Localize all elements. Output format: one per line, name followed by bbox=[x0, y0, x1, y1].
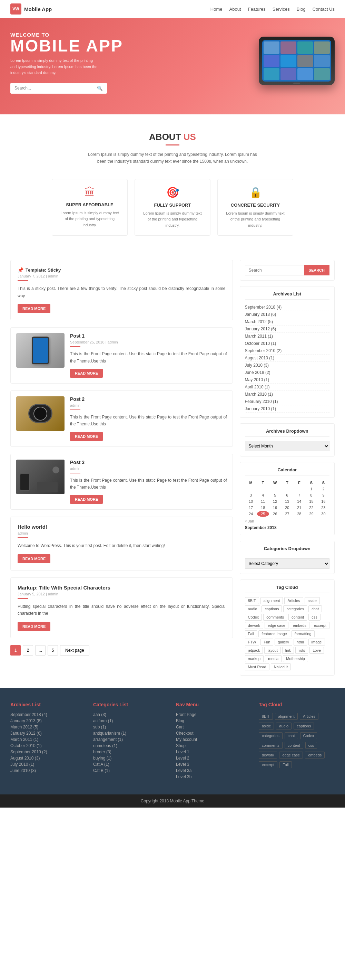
post-read-more-2[interactable]: READ MORE bbox=[70, 495, 103, 504]
footer-category-item[interactable]: enmoleus (1) bbox=[93, 743, 169, 748]
footer-tag-item[interactable]: 8BIT bbox=[259, 713, 273, 720]
tag-item[interactable]: image bbox=[309, 639, 325, 646]
page-next[interactable]: Next page bbox=[60, 645, 89, 655]
footer-archive-item[interactable]: June 2010 (3) bbox=[10, 768, 86, 773]
tag-item[interactable]: formatting bbox=[291, 630, 315, 637]
calendar-day[interactable]: 26 bbox=[269, 511, 281, 517]
tag-item[interactable]: Love bbox=[309, 647, 324, 654]
archive-item[interactable]: March 2011 (1) bbox=[245, 333, 329, 340]
calendar-day[interactable]: 2 bbox=[317, 486, 329, 492]
tag-item[interactable]: jetpack bbox=[245, 647, 263, 654]
footer-nav-item[interactable]: Front Page bbox=[176, 712, 252, 717]
archive-item[interactable]: February 2010 (1) bbox=[245, 398, 329, 405]
footer-nav-item[interactable]: Level 2 bbox=[176, 756, 252, 760]
footer-tag-item[interactable]: Codex bbox=[300, 732, 317, 739]
footer-nav-item[interactable]: Cart bbox=[176, 725, 252, 729]
calendar-day[interactable]: 3 bbox=[245, 492, 257, 498]
footer-category-item[interactable]: buying (1) bbox=[93, 756, 169, 760]
tag-item[interactable]: Codex bbox=[245, 614, 262, 620]
calendar-day[interactable]: 19 bbox=[269, 504, 281, 511]
tag-item[interactable]: FTW bbox=[245, 639, 260, 646]
footer-archive-item[interactable]: September 2010 (2) bbox=[10, 749, 86, 754]
footer-category-item[interactable]: Cat A (1) bbox=[93, 762, 169, 767]
tag-item[interactable]: audio bbox=[245, 605, 261, 612]
tag-item[interactable]: Fail bbox=[245, 630, 257, 637]
archive-item[interactable]: January 2012 (6) bbox=[245, 326, 329, 333]
tag-item[interactable]: link bbox=[282, 647, 294, 654]
archive-item[interactable]: September 2010 (2) bbox=[245, 347, 329, 355]
calendar-day[interactable]: 28 bbox=[293, 511, 305, 517]
nav-about[interactable]: About bbox=[229, 6, 241, 12]
footer-tag-item[interactable]: edge case bbox=[279, 752, 303, 759]
calendar-day[interactable]: 23 bbox=[317, 504, 329, 511]
calendar-day[interactable]: 8 bbox=[305, 492, 317, 498]
calendar-day[interactable]: 25 bbox=[257, 511, 269, 517]
archive-item[interactable]: March 2012 (5) bbox=[245, 318, 329, 326]
calendar-day[interactable]: 7 bbox=[293, 492, 305, 498]
tag-item[interactable]: Mothership bbox=[283, 655, 308, 662]
calendar-day[interactable]: 18 bbox=[257, 504, 269, 511]
footer-tag-item[interactable]: dework bbox=[259, 752, 277, 759]
calendar-day[interactable]: 12 bbox=[269, 498, 281, 504]
tag-item[interactable]: dework bbox=[245, 622, 263, 629]
footer-category-item[interactable]: broder (3) bbox=[93, 749, 169, 754]
footer-tag-item[interactable]: captions bbox=[294, 722, 314, 729]
calendar-day[interactable]: 29 bbox=[305, 511, 317, 517]
footer-category-item[interactable]: arrangement (1) bbox=[93, 737, 169, 742]
footer-nav-item[interactable]: Level 1 bbox=[176, 749, 252, 754]
categories-dropdown-select[interactable]: Select Category bbox=[245, 558, 329, 569]
calendar-day[interactable]: 13 bbox=[281, 498, 293, 504]
sidebar-search-input[interactable] bbox=[245, 265, 304, 275]
nav-home[interactable]: Home bbox=[210, 6, 223, 12]
page-btn-2[interactable]: 2 bbox=[23, 645, 33, 655]
sidebar-search-button[interactable]: SEARCH bbox=[304, 265, 329, 275]
calendar-day[interactable]: 6 bbox=[281, 492, 293, 498]
footer-tag-item[interactable]: excerpt bbox=[259, 761, 277, 768]
calendar-day[interactable]: 20 bbox=[281, 504, 293, 511]
archive-item[interactable]: June 2018 (2) bbox=[245, 369, 329, 376]
footer-nav-item[interactable]: Shop bbox=[176, 743, 252, 748]
tag-item[interactable]: aside bbox=[305, 597, 320, 604]
archive-item[interactable]: May 2010 (1) bbox=[245, 376, 329, 383]
calendar-day[interactable]: 21 bbox=[293, 504, 305, 511]
post-read-more-1[interactable]: READ MORE bbox=[70, 432, 103, 441]
footer-nav-item[interactable]: Checkout bbox=[176, 731, 252, 736]
tag-item[interactable]: comments bbox=[263, 614, 287, 620]
hero-search-button[interactable]: 🔍 bbox=[93, 83, 107, 94]
footer-nav-item[interactable]: Level 3a bbox=[176, 768, 252, 773]
footer-nav-item[interactable]: Level 3b bbox=[176, 775, 252, 779]
footer-tag-item[interactable]: aside bbox=[259, 722, 274, 729]
footer-tag-item[interactable]: categories bbox=[259, 732, 283, 739]
tag-item[interactable]: embeds bbox=[290, 622, 309, 629]
calendar-day[interactable]: 4 bbox=[257, 492, 269, 498]
footer-category-item[interactable]: aaa (3) bbox=[93, 712, 169, 717]
footer-archive-item[interactable]: October 2010 (1) bbox=[10, 743, 86, 748]
tag-item[interactable]: excerpt bbox=[311, 622, 329, 629]
footer-tag-item[interactable]: chat bbox=[285, 732, 298, 739]
tag-item[interactable]: layout bbox=[264, 647, 280, 654]
post-read-more-0[interactable]: READ MORE bbox=[70, 369, 103, 378]
calendar-day[interactable]: 27 bbox=[281, 511, 293, 517]
tag-item[interactable]: markup bbox=[245, 655, 264, 662]
nav-features[interactable]: Features bbox=[248, 6, 265, 12]
tag-item[interactable]: Articles bbox=[284, 597, 303, 604]
footer-nav-item[interactable]: My account bbox=[176, 737, 252, 742]
tag-item[interactable]: chat bbox=[309, 605, 322, 612]
tag-item[interactable]: 8BIT bbox=[245, 597, 259, 604]
tag-item[interactable]: Nailed It bbox=[271, 663, 291, 670]
archive-item[interactable]: October 2010 (1) bbox=[245, 340, 329, 347]
archive-item[interactable]: September 2018 (4) bbox=[245, 304, 329, 311]
calendar-day[interactable]: 11 bbox=[257, 498, 269, 504]
tag-item[interactable]: featured image bbox=[258, 630, 290, 637]
calendar-day[interactable]: 24 bbox=[245, 511, 257, 517]
page-btn-dots[interactable]: ... bbox=[35, 645, 46, 655]
tag-item[interactable]: gallery bbox=[275, 639, 292, 646]
calendar-prev[interactable]: « Jan bbox=[245, 519, 254, 523]
footer-tag-item[interactable]: alignment bbox=[275, 713, 298, 720]
archive-item[interactable]: April 2010 (1) bbox=[245, 383, 329, 391]
archive-item[interactable]: January 2010 (1) bbox=[245, 405, 329, 413]
footer-archive-item[interactable]: August 2010 (3) bbox=[10, 756, 86, 760]
calendar-day[interactable]: 9 bbox=[317, 492, 329, 498]
tag-item[interactable]: categories bbox=[283, 605, 307, 612]
archives-dropdown-select[interactable]: Select Month bbox=[245, 441, 329, 451]
